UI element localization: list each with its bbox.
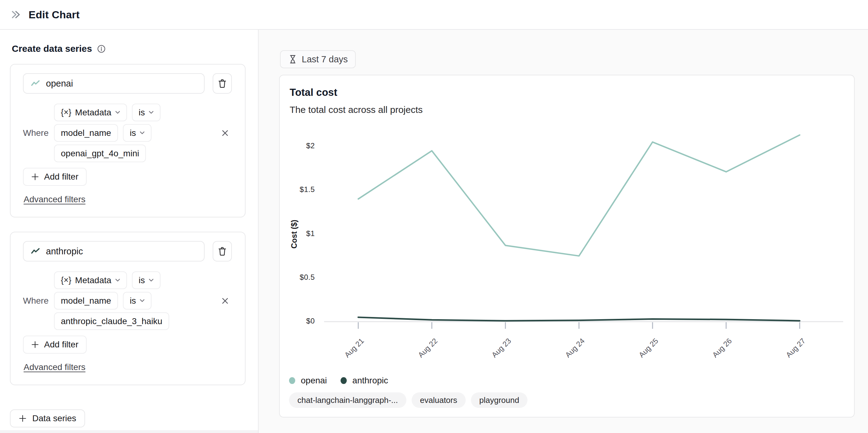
edit-chart-page: Edit Chart Create data series openai	[0, 0, 868, 433]
remove-filter-button[interactable]	[218, 294, 232, 308]
y-tick-label: $0.5	[280, 273, 315, 281]
y-tick-label: $1.5	[280, 185, 315, 194]
project-tag[interactable]: playground	[471, 392, 528, 408]
page-header: Edit Chart	[0, 0, 868, 30]
filter-field-dropdown[interactable]: {×} Metadata	[54, 104, 127, 121]
y-axis-title: Cost ($)	[290, 220, 299, 248]
series-name-value: anthropic	[46, 246, 83, 257]
add-filter-button[interactable]: Add filter	[23, 336, 87, 354]
line-chart	[280, 75, 855, 418]
filter-field-dropdown[interactable]: {×} Metadata	[54, 271, 127, 289]
where-label: Where	[23, 296, 54, 306]
series-line-openai	[358, 135, 800, 256]
series-line-anthropic	[358, 317, 800, 321]
close-icon	[221, 129, 229, 137]
y-tick-label: $0	[280, 317, 315, 325]
metadata-braces-icon: {×}	[61, 108, 71, 117]
filter-key-operator-dropdown[interactable]: is	[123, 124, 152, 142]
series-name-value: openai	[46, 78, 73, 89]
chevron-down-icon	[149, 111, 154, 114]
line-chart-icon	[31, 80, 40, 87]
info-icon[interactable]	[97, 45, 105, 53]
legend-dot	[341, 377, 347, 384]
panel-heading: Create data series	[12, 43, 92, 54]
filter-key-input[interactable]: model_name	[54, 292, 118, 309]
advanced-filters-link[interactable]: Advanced filters	[24, 362, 85, 372]
y-tick-label: $2	[280, 141, 315, 150]
project-tag[interactable]: chat-langchain-langgraph-...	[289, 392, 406, 408]
filter-key-operator-dropdown[interactable]: is	[123, 292, 152, 309]
chevron-down-icon	[115, 111, 120, 114]
add-filter-button[interactable]: Add filter	[23, 168, 87, 186]
chevron-down-icon	[140, 131, 145, 135]
legend-label: anthropic	[352, 376, 388, 386]
plus-icon	[31, 173, 39, 181]
filter-operator-dropdown[interactable]: is	[132, 271, 160, 289]
hourglass-icon	[288, 54, 298, 64]
legend-dot	[289, 377, 295, 384]
double-chevron-right-icon	[10, 9, 21, 20]
series-name-input[interactable]: anthropic	[23, 241, 205, 262]
chart-legend: openaianthropic	[289, 376, 388, 386]
legend-item-anthropic[interactable]: anthropic	[341, 376, 388, 386]
plus-icon	[31, 340, 39, 348]
delete-series-button[interactable]	[213, 241, 232, 262]
panel-bottom-strip	[0, 430, 258, 433]
chevron-down-icon	[149, 278, 154, 282]
chart-card: Total cost The total cost across all pro…	[279, 75, 855, 418]
page-title: Edit Chart	[29, 9, 80, 21]
filter-operator-dropdown[interactable]: is	[132, 104, 160, 121]
filter-value-input[interactable]: openai_gpt_4o_mini	[54, 144, 146, 162]
trash-icon	[217, 246, 227, 257]
where-label: Where	[23, 128, 54, 138]
legend-label: openai	[301, 376, 327, 386]
series-name-input[interactable]: openai	[23, 73, 205, 94]
close-icon	[221, 297, 229, 305]
collapse-panel-button[interactable]	[10, 9, 21, 20]
create-data-series-panel: Create data series openai	[0, 30, 258, 433]
advanced-filters-link[interactable]: Advanced filters	[24, 195, 85, 204]
add-data-series-button[interactable]: Data series	[10, 409, 85, 427]
filter-value-input[interactable]: anthropic_claude_3_haiku	[54, 312, 169, 330]
project-tags-row: chat-langchain-langgraph-...evaluatorspl…	[289, 392, 527, 408]
delete-series-button[interactable]	[213, 73, 232, 94]
chevron-down-icon	[115, 278, 120, 282]
filter-key-input[interactable]: model_name	[54, 124, 118, 142]
remove-filter-button[interactable]	[218, 126, 232, 140]
chart-preview-area: Last 7 days Total cost The total cost ac…	[258, 30, 868, 433]
data-series-card: openai Where {×} Metadata	[10, 64, 246, 218]
line-chart-icon	[31, 247, 40, 255]
data-series-card: anthropic Where {×} Metadata	[10, 232, 246, 385]
plus-icon	[19, 414, 27, 423]
time-range-button[interactable]: Last 7 days	[280, 50, 356, 68]
chevron-down-icon	[140, 299, 145, 302]
legend-item-openai[interactable]: openai	[289, 376, 327, 386]
metadata-braces-icon: {×}	[61, 275, 71, 285]
trash-icon	[217, 78, 227, 89]
project-tag[interactable]: evaluators	[412, 392, 466, 408]
